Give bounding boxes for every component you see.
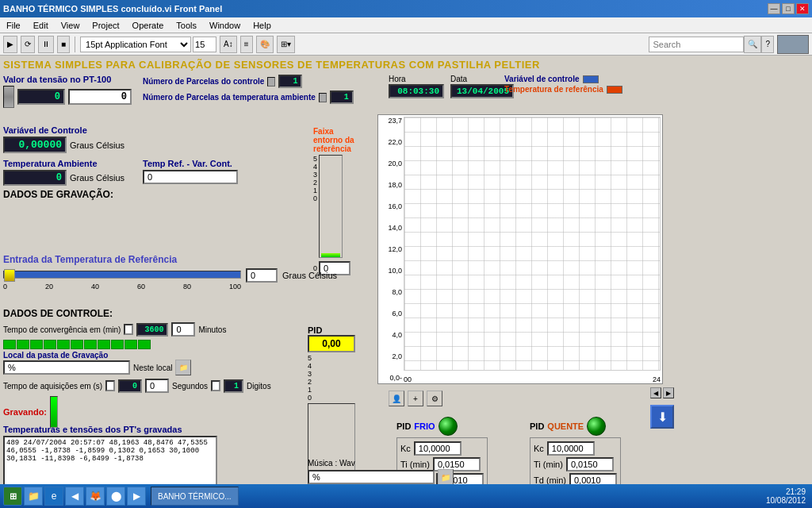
entrada-temp-section: Entrada da Temperatura de Referência 0 G… — [3, 254, 337, 292]
pid-label: PID — [308, 325, 355, 335]
tick-marks: 020406080100 — [3, 283, 241, 291]
pid-quente-td-val[interactable]: 0,0010 — [569, 473, 617, 484]
menu-project[interactable]: Project — [86, 17, 125, 33]
taskbar-icon-firefox[interactable]: 🦊 — [86, 487, 105, 506]
pid-frio-kc-label: Kc — [400, 444, 411, 453]
tempo-acq-unit: Segundos — [172, 382, 208, 391]
toolbar: ▶ ⟳ ⏸ ■ 15pt Application Font A↕ ≡ 🎨 ⊞▾ … — [0, 33, 812, 56]
musica-browse-btn[interactable]: 📁 — [438, 469, 454, 484]
gravando-indicator — [50, 396, 58, 428]
dados-gravacao-label: DADOS DE GRAVAÇÃO: — [3, 189, 113, 200]
var-controle-value: 0,00000 — [3, 137, 67, 153]
taskbar-icon-back[interactable]: ◀ — [65, 487, 84, 506]
valor-tensao-val2: 0 — [68, 89, 132, 105]
graph-settings-icon[interactable]: ⚙ — [427, 391, 442, 406]
menu-view[interactable]: View — [55, 17, 86, 33]
close-button[interactable]: ✕ — [796, 3, 809, 14]
graph-person-icon[interactable]: 👤 — [389, 391, 404, 406]
text-format-btn2[interactable]: ≡ — [240, 36, 253, 53]
stop-btn[interactable]: ■ — [57, 36, 70, 53]
clock-date: 10/08/2012 — [766, 496, 806, 505]
search-button[interactable]: 🔍 — [744, 36, 761, 53]
menu-file[interactable]: File — [0, 17, 27, 33]
musica-input[interactable] — [308, 470, 435, 484]
menu-edit[interactable]: Edit — [27, 17, 55, 33]
menu-help[interactable]: Help — [247, 17, 278, 33]
taskbar-icon-chrome[interactable]: ⬤ — [106, 487, 125, 506]
temp-ref-slider-value[interactable]: 0 — [246, 268, 278, 283]
tempo-acq-val2[interactable]: 0 — [145, 379, 169, 393]
font-dropdown[interactable]: 15pt Application Font — [80, 37, 191, 52]
font-selector: 15pt Application Font — [80, 37, 216, 52]
tempo-conv-stepper[interactable] — [124, 324, 133, 335]
pid-frio-label: PID — [396, 421, 411, 431]
pid-quente-kc-val[interactable]: 10,0000 — [547, 441, 595, 456]
run-continuously-btn[interactable]: ⟳ — [21, 36, 35, 53]
temp-ref-value[interactable]: 0 — [143, 170, 238, 184]
color-btn[interactable]: 🎨 — [256, 36, 274, 53]
neste-local-icon[interactable]: 📁 — [175, 360, 191, 375]
pid-quente-indicator — [587, 417, 606, 436]
font-size-input[interactable] — [193, 37, 216, 52]
taskbar-icon-ie[interactable]: e — [44, 487, 63, 506]
minimize-button[interactable]: — — [768, 3, 780, 14]
run-arrow-btn[interactable]: ▶ — [3, 36, 17, 53]
pid-frio-indicator — [439, 417, 458, 436]
local-pasta-input[interactable] — [3, 360, 130, 375]
taskbar-icon-app[interactable]: ▶ — [127, 487, 146, 506]
pid-quente-label: PID — [530, 421, 544, 431]
scroll-left-btn[interactable]: ◀ — [650, 387, 661, 398]
neste-local-label: Neste local — [133, 364, 172, 372]
text-format-btn1[interactable]: A↕ — [220, 36, 237, 53]
tempo-conv-val2[interactable]: 0 — [171, 322, 195, 337]
start-button[interactable]: ⊞ — [3, 487, 22, 506]
temp-data-section: Temperaturas e tensões dos PT's gravadas… — [3, 425, 217, 484]
help-button[interactable]: ? — [761, 36, 774, 53]
graph-plus-icon[interactable]: + — [408, 391, 423, 406]
menu-window[interactable]: Window — [203, 17, 247, 33]
parcelas-ambiente-label: Número de Parcelas da temperatura ambien… — [143, 93, 316, 102]
align-btn[interactable]: ⊞▾ — [277, 36, 295, 53]
graph-grid — [404, 117, 661, 371]
temp-data-label: Temperaturas e tensões dos PT's gravadas — [3, 425, 217, 434]
pid-frio-kc-val[interactable]: 10,0000 — [414, 441, 462, 456]
menu-bar: File Edit View Project Operate Tools Win… — [0, 17, 812, 33]
pid-quente-kc-label: Kc — [534, 444, 544, 453]
faixa-label1: Faixa entorno da — [313, 127, 361, 144]
legend-var-controle: Variável de controle — [504, 75, 622, 83]
tempo-aqcuisicoes-row: Tempo de aquisições em (s) 0 0 Segundos … — [3, 379, 271, 393]
musica-label: Música : Wav — [308, 459, 454, 468]
search-box: 🔍 ? — [649, 35, 809, 54]
menu-operate[interactable]: Operate — [126, 17, 170, 33]
pid-quente-ti-val[interactable]: 0,0150 — [566, 457, 614, 471]
hora-data-section: Hora 08:03:30 Data 13/04/2005 — [389, 75, 514, 98]
scroll-right-btn[interactable]: ▶ — [663, 387, 674, 398]
pause-btn[interactable]: ⏸ — [38, 36, 54, 53]
pid-quente-ti-label: Ti (min) — [534, 460, 563, 469]
pid-value: 0,00 — [308, 335, 355, 352]
legend-temp-ref: Temperatura de referência — [504, 85, 622, 94]
temp-ambiente-label: Temperatura Ambiente — [3, 159, 124, 168]
taskbar-icon-folder[interactable]: 📁 — [24, 487, 43, 506]
var-controle-section: Variável de Controle 0,00000 Graus Célsi… — [3, 125, 124, 153]
temp-ambiente-unit: Graus Célsius — [70, 173, 124, 183]
temp-ref-slider[interactable] — [3, 271, 241, 279]
temp-ref-var-cont-section: Temp Ref. - Var. Cont. 0 — [143, 159, 238, 184]
parcelas-controle-val: 1 — [278, 75, 302, 88]
search-input[interactable] — [649, 37, 744, 52]
maximize-button[interactable]: □ — [782, 3, 795, 14]
download-button[interactable]: ⬇ — [650, 405, 674, 429]
local-pasta-label: Local da pasta de Gravação — [3, 351, 271, 360]
valor-tensao-val1: 0 — [17, 89, 65, 105]
menu-tools[interactable]: Tools — [170, 17, 203, 33]
graph-container: 23,722,020,018,0 16,014,012,010,0 8,06,0… — [377, 114, 663, 384]
temp-data-box[interactable]: 489 24/07/2004 20:57:07 48,1963 48,8476 … — [3, 436, 217, 484]
x-axis-labels: 0024 — [404, 375, 661, 383]
faixa-section: Faixa entorno da referência 543210 0 0 — [313, 127, 361, 275]
active-window-btn[interactable]: BANHO TÉRMICO... — [151, 487, 239, 506]
faixa-label2: referência — [313, 144, 361, 153]
gravando-row: Gravando: — [3, 396, 271, 428]
var-controle-unit: Graus Célsius — [70, 140, 124, 150]
parcelas-ambiente-val: 1 — [330, 90, 354, 104]
tempo-conv-unit: Minutos — [198, 325, 226, 334]
